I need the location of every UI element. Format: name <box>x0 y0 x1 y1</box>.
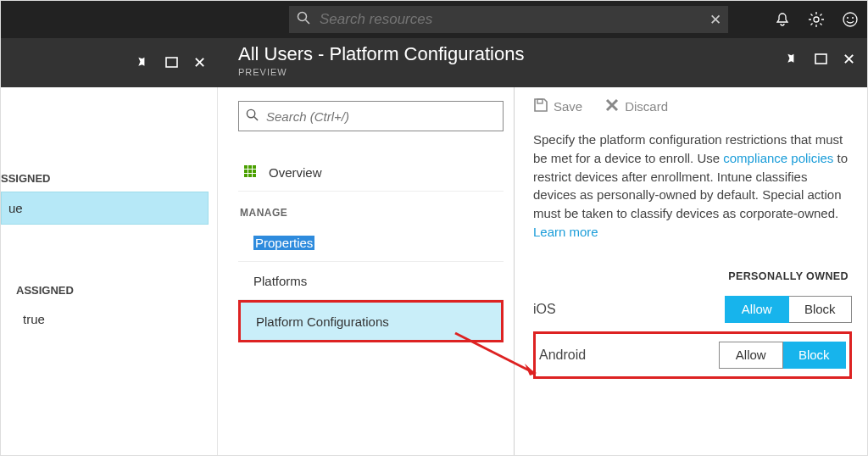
platform-row-android: Android Allow Block <box>539 336 846 374</box>
discard-label: Discard <box>625 99 668 114</box>
svg-point-5 <box>852 17 854 19</box>
menu-search-input[interactable] <box>264 108 503 125</box>
content-pane: Save Discard Specify the platform config… <box>515 87 867 456</box>
svg-rect-15 <box>253 170 256 173</box>
pin-icon[interactable] <box>136 54 150 72</box>
android-allow-option[interactable]: Allow <box>719 342 783 369</box>
svg-rect-6 <box>166 58 177 67</box>
global-search[interactable]: ✕ <box>289 6 728 33</box>
nav-label: Overview <box>269 165 322 180</box>
svg-rect-14 <box>248 170 252 173</box>
svg-point-2 <box>814 17 819 22</box>
svg-line-1 <box>306 19 310 24</box>
close-icon[interactable]: ✕ <box>193 53 206 72</box>
platform-label: iOS <box>533 302 725 317</box>
global-top-bar: ✕ <box>1 1 867 38</box>
search-icon <box>289 11 318 29</box>
svg-rect-17 <box>248 174 252 177</box>
svg-line-9 <box>253 117 257 120</box>
previous-blade: SSIGNED ue ASSIGNED true <box>1 87 218 456</box>
svg-point-4 <box>847 17 849 19</box>
nav-platform-configurations[interactable]: Platform Configurations <box>238 300 504 342</box>
svg-rect-18 <box>253 174 256 177</box>
compliance-policies-link[interactable]: compliance policies <box>723 151 833 165</box>
pin-icon[interactable] <box>786 51 799 69</box>
close-icon[interactable]: ✕ <box>843 50 855 69</box>
platform-label: Android <box>539 348 719 363</box>
global-search-input[interactable] <box>318 10 703 29</box>
maximize-icon[interactable] <box>165 54 178 72</box>
svg-rect-13 <box>244 170 248 173</box>
nav-platforms[interactable]: Platforms <box>238 262 504 300</box>
ios-allow-option[interactable]: Allow <box>725 296 789 323</box>
assigned-label: ASSIGNED <box>16 284 217 303</box>
maximize-icon[interactable] <box>815 51 827 69</box>
android-toggle: Allow Block <box>719 342 846 369</box>
android-highlight: Android Allow Block <box>533 331 852 379</box>
save-button[interactable]: Save <box>533 97 582 115</box>
settings-gear-icon[interactable] <box>799 1 833 38</box>
command-bar: Save Discard <box>533 97 852 115</box>
clear-search-icon[interactable]: ✕ <box>703 11 728 29</box>
nav-label: Properties <box>253 236 314 250</box>
discard-button[interactable]: Discard <box>604 97 668 115</box>
svg-point-8 <box>247 109 254 117</box>
nav-properties[interactable]: Properties <box>238 224 504 262</box>
feedback-smiley-icon[interactable] <box>833 1 867 38</box>
menu-search[interactable] <box>238 101 504 131</box>
svg-rect-12 <box>253 165 256 169</box>
description-text: Specify the platform configuration restr… <box>533 131 852 242</box>
android-block-option[interactable]: Block <box>783 342 847 369</box>
learn-more-link[interactable]: Learn more <box>533 225 598 239</box>
manage-section-label: MANAGE <box>240 207 504 219</box>
resource-menu: Overview MANAGE Properties Platforms Pla… <box>218 87 515 456</box>
grid-icon <box>242 164 259 181</box>
svg-rect-11 <box>248 165 252 169</box>
platform-row-ios: iOS Allow Block <box>533 291 852 328</box>
svg-rect-7 <box>815 54 826 64</box>
svg-rect-10 <box>244 165 248 169</box>
blade-subtitle: PREVIEW <box>238 67 786 77</box>
discard-icon <box>604 97 620 115</box>
assigned-value-selected[interactable]: ue <box>1 192 209 225</box>
blade-header: ✕ All Users - Platform Configurations PR… <box>1 38 867 87</box>
ios-block-option[interactable]: Block <box>789 296 853 323</box>
nav-label: Platform Configurations <box>256 314 389 329</box>
column-header-personally-owned: PERSONALLY OWNED <box>533 270 849 282</box>
ios-toggle: Allow Block <box>725 296 852 323</box>
save-label: Save <box>554 99 582 114</box>
svg-rect-16 <box>244 174 248 177</box>
svg-point-3 <box>843 13 857 26</box>
nav-overview[interactable]: Overview <box>238 153 504 192</box>
assigned-value: true <box>16 303 217 335</box>
blade-title: All Users - Platform Configurations <box>238 43 786 65</box>
search-icon <box>239 108 264 124</box>
nav-label: Platforms <box>253 274 307 288</box>
svg-point-0 <box>298 12 307 20</box>
notifications-icon[interactable] <box>765 1 799 38</box>
save-icon <box>533 97 548 115</box>
assigned-label: SSIGNED <box>1 172 217 192</box>
